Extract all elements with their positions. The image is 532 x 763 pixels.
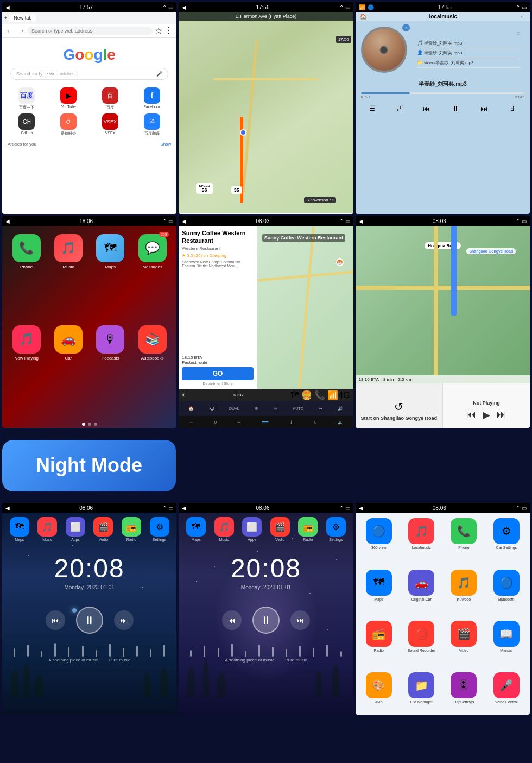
nav-back-2[interactable]: ◀ [182,4,186,10]
more-icon[interactable]: ⋮ [164,26,173,36]
carplay-app-podcasts[interactable]: 🎙 Podcasts [92,325,129,412]
night2-app-music[interactable]: 🎵 Music [214,517,234,541]
dot-1[interactable] [82,423,85,426]
home-poi[interactable]: 🏠 [188,406,194,411]
night-app-settings[interactable]: ⚙ Settings [150,517,169,541]
vol-poi[interactable]: 🔊 [338,406,343,411]
night-app-apps[interactable]: ⬜ Apps [66,517,85,541]
auto-poi[interactable]: AUTO [293,407,303,411]
back-nh1[interactable]: ◀ [5,505,10,511]
back-nh2[interactable]: ◀ [182,505,186,511]
nav-back-icon[interactable]: ← [5,26,14,36]
expand-7[interactable]: ⌃ [162,505,167,511]
home-music[interactable]: 🏠 [360,14,366,20]
progress-bar[interactable] [361,92,524,94]
heart-btn[interactable]: ♡ [417,31,520,36]
app-kuwooo[interactable]: 🎵 Kuwooo [445,570,483,617]
map-area[interactable]: 17:56 SPEED 56 35 S Swenson St [179,21,353,213]
expand-5[interactable]: ⌃ [339,218,344,224]
nav-map[interactable]: Hongma Road Shangliao Gongye Road [356,226,530,375]
shortcut-translate[interactable]: 译 百度翻译 [132,113,171,136]
night-app-radio[interactable]: 📻 Radio [122,517,141,541]
music-item-1[interactable]: 🎵 半壶纱_刘珂矣.mp3 [417,39,520,48]
back-poi-2[interactable]: ↩ [237,420,241,425]
nav-prev-btn[interactable]: ⏮ [466,409,476,421]
go-btn[interactable]: GO [182,367,254,380]
app-manual[interactable]: 📖 Manual [487,621,525,668]
route-poi[interactable]: ↪ [319,406,322,411]
night2-app-vedio[interactable]: 🎬 Vedio [270,517,290,541]
app-bluetooth[interactable]: 🔵 Bluetooth [487,570,525,617]
add-tab-icon[interactable]: + [4,15,7,21]
night-prev-btn-2[interactable]: ⏮ [222,610,242,630]
next-btn[interactable]: ⏭ [480,104,488,113]
google-search-bar[interactable]: Search or type web address 🎤 [10,68,168,80]
expand-6[interactable]: ⌃ [516,218,520,224]
menu-9[interactable]: ▭ [522,505,527,511]
app-voicecontrol[interactable]: 🎤 Voice Control [487,672,525,715]
back-cp[interactable]: ◀ [5,218,10,224]
menu-6[interactable]: ▭ [522,218,527,224]
expand-icon[interactable]: ⌃ [162,4,167,10]
app-radio-grid[interactable]: 📻 Radio [360,621,398,668]
eq-btn[interactable]: 🎚 [509,105,516,112]
mic-icon[interactable]: 🎤 [156,71,162,77]
active-tab[interactable]: New tab [9,14,36,22]
dot-2[interactable] [88,423,91,426]
shortcut-facebook[interactable]: f Facebook [132,87,171,110]
dual-poi[interactable]: DUAL [229,407,239,411]
taskbar-grid[interactable]: ⊞ [182,393,186,398]
dot-3[interactable] [94,423,97,426]
night-next-btn-2[interactable]: ⏭ [290,610,310,630]
music-item-2[interactable]: 👤 半壶纱_刘珂矣.mp3 [417,48,520,58]
back-poi[interactable]: ◀ [182,218,186,224]
taskbar-app3[interactable]: 📞 [314,390,325,400]
shuffle-btn[interactable]: ⇄ [396,105,402,112]
night2-app-settings[interactable]: ⚙ Settings [326,517,346,541]
music-item-3[interactable]: 📁 video/半壶纱_刘珂矣.mp3 [417,58,520,68]
shortcut-tomato[interactable]: ⏱ 番茄时钟 [49,113,88,136]
app-360view[interactable]: 🔵 360 view [360,518,398,565]
ac-poi[interactable]: ❄ [255,406,258,411]
night-play-btn-1[interactable]: ⏸ [76,607,103,634]
night-app-vedio[interactable]: 🎬 Vedio [93,517,113,541]
night-play-btn-2[interactable]: ⏸ [252,607,280,634]
star-icon[interactable]: ☆ [155,26,162,36]
app-localmusic[interactable]: 🎵 Localmusic [402,518,440,565]
carplay-app-phone[interactable]: 📞 Phone [8,234,45,321]
night-prev-btn-1[interactable]: ⏮ [46,610,65,630]
nav-play-btn[interactable]: ▶ [483,409,490,421]
app-video[interactable]: 🎬 Video [445,621,483,668]
night-app-music[interactable]: 🎵 Music [37,517,57,541]
shortcut-vsex[interactable]: VSEX VSEX [91,113,130,136]
shortcut-youtube[interactable]: ▶ YouTube [49,87,88,110]
night-next-btn-1[interactable]: ⏭ [114,610,134,630]
menu-icon[interactable]: ▭ [168,4,173,10]
shortcut-baidu[interactable]: 百度 百度一下 [8,87,46,110]
night2-app-apps[interactable]: ⬜ Apps [242,517,262,541]
show-label[interactable]: Show [160,142,171,147]
back-cn[interactable]: ◀ [359,218,363,224]
expand-9[interactable]: ⌃ [516,505,520,511]
shortcut-baidu2[interactable]: 百 百度 [91,87,130,110]
expand-3[interactable]: ⌃ [516,4,520,10]
app-avin[interactable]: 🎨 Avin [360,672,398,715]
pause-btn[interactable]: ⏸ [452,104,459,113]
menu-7[interactable]: ▭ [168,505,173,511]
prev-btn[interactable]: ⏮ [423,104,430,113]
back-music[interactable]: ← [520,14,525,20]
carplay-app-audiobooks[interactable]: 📚 Audiobooks [134,325,171,412]
left-poi[interactable]: ← [189,420,193,425]
playlist-btn[interactable]: ☰ [369,105,375,112]
carplay-app-car[interactable]: 🚗 Car [49,325,87,412]
nav-next-btn[interactable]: ⏭ [497,409,506,421]
carplay-app-music[interactable]: 🎵 Music [49,234,87,321]
menu-3[interactable]: ▭ [522,4,527,10]
taskbar-app2[interactable]: 🍔 [301,390,312,400]
carplay-app-maps[interactable]: 🗺 Maps [92,234,129,321]
nav-forward-icon[interactable]: → [16,26,25,36]
expand-4[interactable]: ⌃ [162,218,167,224]
night2-app-radio[interactable]: 📻 Radio [298,517,318,541]
loop-poi[interactable]: ♾ [274,406,277,411]
address-input[interactable] [27,27,153,35]
